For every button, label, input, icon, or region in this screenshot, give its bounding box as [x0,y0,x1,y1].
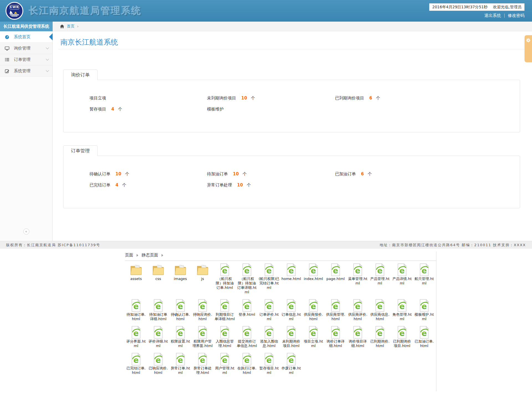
file-item[interactable]: e 询价项目详细.html [347,326,369,348]
stat-count: 4 [116,183,118,187]
explorer-breadcrumb-link[interactable]: 页面 [125,253,133,258]
stat-link[interactable]: 暂存项目 [89,107,106,112]
change-password-button[interactable]: 修改密码 [508,13,525,18]
file-explorer: 页面 静态页面 assets [125,251,436,391]
file-item[interactable]: e 添加入围信息.html [258,326,280,348]
file-item[interactable]: e 作废订单.html [280,353,302,375]
footer: 版权所有：长江南京航道局 苏ICP备11011739号 地址：南京市鼓楼区阅江楼… [0,241,532,249]
file-item[interactable]: e 待确认订单.html [169,299,191,321]
stat-link[interactable]: 待加油订单 [207,171,228,176]
file-item[interactable]: images [169,263,191,281]
sidebar-item[interactable]: 系统首页 [0,31,52,43]
file-item[interactable]: e index.html [302,263,324,281]
folder-icon [173,263,187,276]
file-item[interactable]: e 未到期询价项目.html [280,326,302,348]
html-file-icon: e [351,299,365,312]
file-name: js [201,277,204,281]
file-item[interactable]: e (船只权限)已完结订单.html [258,263,280,290]
logout-button[interactable]: 退出系统 [484,13,501,18]
stat-link[interactable]: 模板维护 [207,107,224,112]
file-item[interactable]: e 入围信息管理.html [214,326,236,348]
sidebar-item[interactable]: 订单管理 [0,54,52,65]
file-item[interactable]: e 用户管理.html [214,353,236,375]
file-item[interactable]: e page.html [324,263,347,281]
file-item[interactable]: e 产品详情.html [391,263,413,286]
file-item[interactable]: e 已到期询价项目.html [391,326,413,348]
file-item[interactable]: e 提交询价订单信息.html [236,326,258,348]
file-item[interactable]: e 已加油订单.html [413,326,435,348]
file-item[interactable]: e 模板维护.html [413,299,435,321]
html-file-icon: e [218,326,232,339]
file-item[interactable]: e 询价订单详细.html [324,326,347,348]
stat-count: 10 [116,171,121,176]
file-item[interactable]: e 评价详细.html [147,326,169,348]
file-item[interactable]: e 供应商报价.html [302,299,324,321]
file-item[interactable]: e 权限用户管理界面.html [191,326,214,348]
stat-link[interactable]: 待确认订单 [89,171,110,176]
file-item[interactable]: e 供应商信息.html [369,299,391,321]
file-item[interactable]: e 菜单管理.html [347,263,369,286]
html-file-icon: e [240,326,254,339]
file-item[interactable]: e 待加油订单详细.html [147,299,169,321]
file-item[interactable]: e 供应商评价.html [347,299,369,321]
file-item[interactable]: e 暂存项目.html [258,353,280,375]
file-name: 订单评价.html [259,312,280,321]
file-item[interactable]: e 船只管理.html [413,263,435,286]
html-file-icon: e [173,353,187,366]
file-item[interactable]: e （船只权限）待加油订单详细.html [236,263,258,294]
html-file-icon: e [373,326,387,339]
settings-tab[interactable] [525,35,532,62]
file-name: 权限用户管理界面.html [192,339,213,348]
file-item[interactable]: e 在执行订单.html [236,353,258,375]
file-item[interactable]: e 待加油订单.html [125,299,147,321]
file-item[interactable]: e 项目立项.html [302,326,324,348]
stat-item: 未到期询价项目 10 个 [207,96,335,103]
file-item[interactable]: e 供应商管理.html [324,299,347,321]
file-item[interactable]: assets [125,263,147,281]
inquiry-orders-stats: 项目立项 未到期询价项目 10 个 已到期询价项目 6 个 暂存项目 4 个 模… [63,80,520,132]
stat-link[interactable]: 已加油订单 [335,171,356,176]
stat-unit: 个 [376,96,380,101]
html-file-icon: e [395,263,409,276]
file-item[interactable]: e 异常订单处理.html [191,353,214,375]
file-item[interactable]: e 已到期询价.html [369,326,391,348]
menu-icon [5,46,10,50]
file-item[interactable]: e 角色管理.html [391,299,413,321]
file-item[interactable]: e 异常订单.html [169,353,191,375]
file-item[interactable]: e 产品管理.html [369,263,391,286]
stat-link[interactable]: 已到期询价项目 [335,96,364,101]
file-name: 作废订单.html [281,366,302,375]
stat-unit: 个 [242,171,247,176]
file-item[interactable]: e 订单评价.html [258,299,280,321]
panel-tab[interactable]: 订单管理 [63,145,98,156]
file-item[interactable]: js [191,263,214,281]
file-item[interactable]: e 权限设置.html [169,326,191,348]
folder-icon [196,263,209,276]
stat-count: 4 [111,107,114,112]
html-file-icon: e [306,263,320,276]
breadcrumb-home-link[interactable]: 首页 [67,24,75,29]
file-item[interactable]: e 到期项目订单详细.html [214,299,236,321]
file-item[interactable]: e home.html [280,263,302,281]
file-item[interactable]: e 订单信息.html [280,299,302,321]
file-item[interactable]: e 待响应询价.html [191,299,214,321]
panel-tab[interactable]: 询价订单 [63,70,98,80]
sidebar-item[interactable]: 系统管理 [0,65,52,77]
file-item[interactable]: e 登录.html [236,299,258,317]
breadcrumb-arrow-icon [137,254,138,257]
file-item[interactable]: css [147,263,169,281]
file-item[interactable]: e 已完结订单.html [125,353,147,375]
stat-link[interactable]: 异常订单处理 [207,183,232,187]
sidebar-collapse-button[interactable]: « [23,228,29,235]
stat-link[interactable]: 未到期询价项目 [207,96,236,101]
html-file-icon: e [395,299,409,312]
html-file-icon: e [240,299,254,312]
file-name: 待加油订单.html [126,312,147,321]
file-item[interactable]: e 评分界面.html [125,326,147,348]
stat-link[interactable]: 已完结订单 [89,183,110,187]
sidebar-item[interactable]: 询价管理 [0,43,52,54]
explorer-breadcrumb-link[interactable]: 静态页面 [142,253,158,258]
file-item[interactable]: e 已响应询价.html [147,353,169,375]
stat-link[interactable]: 项目立项 [89,96,106,101]
file-item[interactable]: e （船只权限）待加油订单.html [214,263,236,290]
